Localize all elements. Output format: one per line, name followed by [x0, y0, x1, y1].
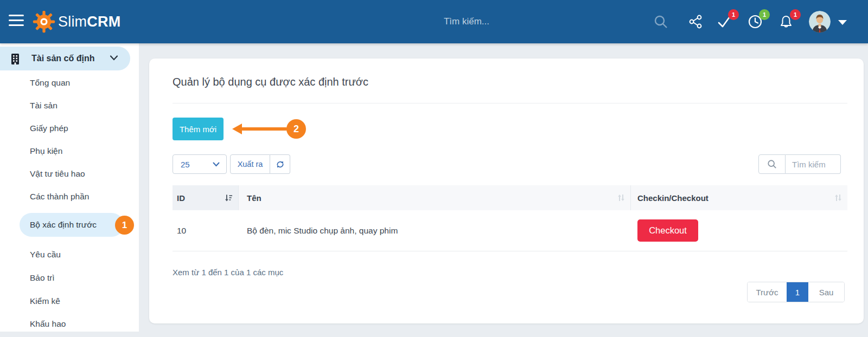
- annotation-step-1-badge: 1: [115, 216, 134, 235]
- sidebar-item-licenses[interactable]: Giấy phép: [0, 122, 139, 135]
- search-icon[interactable]: [758, 154, 786, 174]
- table-row: 10 Bộ đèn, mic Studio chụp ảnh, quay phi…: [173, 210, 847, 251]
- gear-icon: [33, 10, 55, 33]
- sidebar-item-accessories[interactable]: Phụ kiện: [0, 145, 139, 158]
- sidebar-item-assets[interactable]: Tài sản: [0, 99, 139, 112]
- sort-both-icon: [834, 194, 842, 202]
- bell-badge[interactable]: 1: [790, 9, 801, 20]
- checkout-button[interactable]: Checkout: [637, 219, 698, 242]
- share-icon[interactable]: [688, 14, 703, 29]
- pagination: Trước 1 Sau: [747, 282, 845, 302]
- pagination-previous[interactable]: Trước: [748, 282, 787, 302]
- sidebar-item-depreciation[interactable]: Khấu hao: [0, 317, 139, 330]
- cell-name: Bộ đèn, mic Studio chụp ảnh, quay phim: [239, 226, 631, 236]
- sidebar-item-overview[interactable]: Tổng quan: [0, 76, 139, 89]
- search-icon[interactable]: [653, 14, 668, 29]
- add-new-button[interactable]: Thêm mới: [173, 118, 224, 140]
- sort-desc-icon: [225, 194, 233, 202]
- building-icon: [10, 53, 22, 65]
- tasks-badge[interactable]: 1: [728, 9, 739, 20]
- page-length-value: 25: [181, 160, 190, 169]
- sidebar-item-predefined-kits[interactable]: Bộ xác định trước: [20, 213, 124, 237]
- page-title: Quản lý bộ dụng cụ được xác định trước: [173, 76, 368, 88]
- chevron-down-icon: [213, 162, 220, 167]
- cell-id: 10: [173, 226, 239, 236]
- clock-badge[interactable]: 1: [759, 9, 770, 20]
- sort-both-icon: [617, 194, 625, 202]
- sidebar-item-audit[interactable]: Kiểm kê: [0, 295, 139, 308]
- menu-icon[interactable]: [9, 15, 24, 29]
- page-length-select[interactable]: 25: [173, 154, 227, 174]
- sidebar-item-consumables[interactable]: Vật tư tiêu hao: [0, 167, 139, 180]
- sidebar: Tài sản cố định Tổng quan Tài sản Giấy p…: [0, 43, 139, 332]
- export-refresh-group: Xuất ra: [230, 154, 290, 174]
- global-search-input[interactable]: [401, 12, 532, 31]
- table-search: [758, 154, 841, 174]
- sidebar-item-components[interactable]: Các thành phần: [0, 190, 139, 203]
- column-header-id[interactable]: ID: [173, 185, 239, 210]
- app-title: SlimCRM: [58, 14, 120, 30]
- pagination-page-1[interactable]: 1: [787, 282, 808, 302]
- sidebar-item-maintenance[interactable]: Bảo trì: [0, 271, 139, 284]
- avatar[interactable]: [809, 11, 831, 33]
- pagination-next[interactable]: Sau: [808, 282, 844, 302]
- column-header-name[interactable]: Tên: [239, 185, 631, 210]
- refresh-icon: [276, 160, 284, 168]
- cell-action: Checkout: [631, 219, 847, 242]
- refresh-button[interactable]: [270, 154, 290, 174]
- table-info: Xem từ 1 đến 1 của 1 các mục: [173, 268, 283, 277]
- table-header: ID Tên Checkin/Checkout: [173, 185, 847, 210]
- column-header-checkin-checkout[interactable]: Checkin/Checkout: [631, 185, 847, 210]
- chevron-down-icon[interactable]: [838, 20, 847, 25]
- app-logo[interactable]: SlimCRM: [33, 10, 120, 33]
- annotation-step-2-badge: 2: [286, 119, 306, 139]
- topbar: SlimCRM 1 1 1: [0, 0, 868, 43]
- sidebar-header-fixed-assets[interactable]: Tài sản cố định: [0, 47, 130, 70]
- annotation-arrow-line: [241, 127, 288, 131]
- export-button[interactable]: Xuất ra: [230, 154, 270, 174]
- divider: [173, 103, 847, 103]
- sidebar-header-label: Tài sản cố định: [31, 47, 94, 70]
- table-search-input[interactable]: [786, 154, 841, 174]
- chevron-down-icon: [110, 55, 118, 61]
- sidebar-item-requests[interactable]: Yêu cầu: [0, 248, 139, 261]
- sidebar-item-label: Bộ xác định trước: [30, 213, 97, 237]
